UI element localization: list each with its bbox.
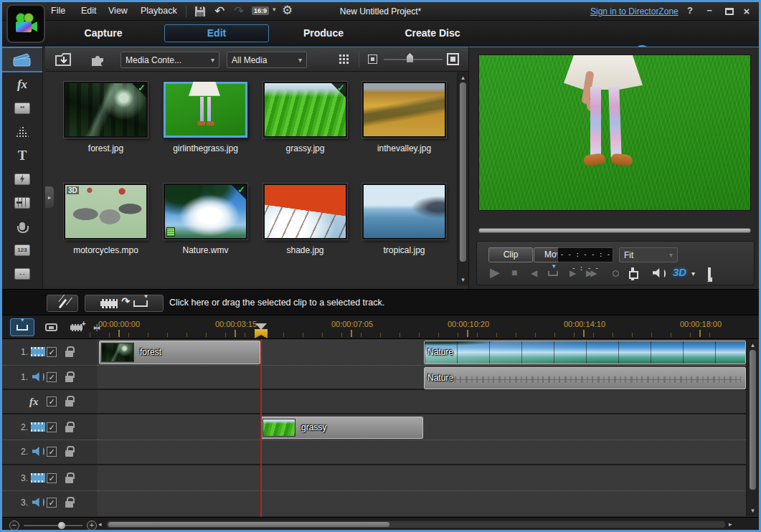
sidebar-item-title-room[interactable]: T: [2, 143, 42, 167]
sidebar-item-effect-room[interactable]: fx: [2, 72, 42, 96]
scroll-down-icon[interactable]: ▾: [747, 507, 759, 514]
3d-dropdown-icon[interactable]: ▾: [691, 270, 695, 277]
sidebar-item-media-room[interactable]: [2, 47, 42, 72]
volume-speaker-icon[interactable]: [653, 268, 666, 280]
previous-frame-icon[interactable]: ◀: [531, 268, 537, 278]
track-header-fx[interactable]: fx ✓: [2, 390, 98, 414]
media-item[interactable]: girlinthegrass.jpg: [161, 82, 250, 153]
track-enable-checkbox[interactable]: ✓: [47, 498, 57, 508]
timecode-display[interactable]: - - : - - : - - : - -: [557, 247, 613, 262]
timeline-clip-nature-audio[interactable]: Nature: [424, 367, 746, 389]
redo-icon[interactable]: ↷: [234, 4, 244, 19]
add-track-button[interactable]: [64, 318, 88, 336]
preview-seek-slider[interactable]: [478, 228, 751, 233]
playhead-line[interactable]: [260, 339, 262, 517]
media-thumbnail-inthevalley[interactable]: [362, 82, 446, 138]
track-lane-video3[interactable]: [98, 465, 746, 491]
import-media-icon[interactable]: [55, 52, 72, 67]
media-thumbnail-shade[interactable]: [263, 184, 347, 239]
plugin-puzzle-icon[interactable]: [90, 52, 105, 68]
3d-toggle[interactable]: 3D: [673, 266, 686, 278]
library-view-icon[interactable]: [339, 54, 341, 57]
sidebar-item-pip-room[interactable]: **: [2, 96, 42, 120]
timeline-scrollbar-vertical[interactable]: ▴ ▾: [746, 339, 759, 516]
timeline-clip-nature-video[interactable]: Nature: [424, 341, 746, 364]
tab-capture[interactable]: Capture: [70, 27, 136, 39]
track-header-video3[interactable]: 3. ✓: [2, 465, 98, 491]
thumbnail-size-slider[interactable]: [384, 59, 443, 60]
track-enable-checkbox[interactable]: ✓: [47, 422, 57, 432]
thumbnail-small-icon[interactable]: [368, 54, 377, 64]
media-thumbnail-nature[interactable]: ✓: [164, 184, 247, 239]
media-item[interactable]: ✓ grassy.jpg: [260, 82, 350, 153]
library-flyout-handle[interactable]: ▸: [45, 186, 54, 208]
maximize-icon[interactable]: [725, 8, 734, 15]
sidebar-item-transition-room[interactable]: [2, 167, 42, 191]
undo-icon[interactable]: ↶: [214, 4, 224, 19]
lock-icon[interactable]: [65, 477, 73, 483]
timeline-view-button[interactable]: [10, 318, 34, 336]
media-thumbnail-forest[interactable]: ✓: [64, 82, 148, 138]
undock-player-icon[interactable]: [708, 267, 711, 280]
timeline-scrollbar-horizontal[interactable]: [106, 521, 726, 528]
play-icon[interactable]: ▶: [490, 265, 500, 280]
minimize-icon[interactable]: −: [703, 5, 716, 16]
scroll-up-icon[interactable]: ▴: [747, 341, 759, 348]
sidebar-item-chapter-room[interactable]: 123: [2, 238, 42, 262]
menu-file[interactable]: File: [51, 6, 65, 16]
lock-icon[interactable]: [65, 351, 73, 357]
close-icon[interactable]: ×: [740, 5, 753, 17]
timeline-zoom-in-button[interactable]: +: [87, 521, 97, 531]
media-item[interactable]: ✓ forest.jpg: [61, 82, 151, 153]
menu-playback[interactable]: Playback: [141, 6, 177, 16]
help-icon[interactable]: ?: [684, 5, 696, 16]
thumbnail-large-icon[interactable]: [447, 53, 459, 65]
track-enable-checkbox[interactable]: ✓: [47, 347, 57, 357]
media-item[interactable]: ✓ Nature.wmv: [161, 184, 250, 255]
clip-mode-button[interactable]: Clip: [488, 247, 533, 262]
menu-edit[interactable]: Edit: [81, 6, 97, 16]
track-header-video2[interactable]: 2. ✓: [2, 414, 98, 440]
timeline-clip-grassy[interactable]: grassy: [260, 417, 423, 439]
media-thumbnail-girlinthegrass[interactable]: [164, 82, 247, 138]
track-enable-checkbox[interactable]: ✓: [47, 473, 57, 483]
aspect-ratio-badge[interactable]: 16:9: [252, 6, 269, 15]
library-scrollbar[interactable]: ▴ ▾: [457, 72, 468, 285]
sidebar-item-particle-room[interactable]: [2, 120, 42, 143]
lock-icon[interactable]: [65, 400, 73, 407]
insert-to-timeline-button[interactable]: ↷: [85, 295, 164, 312]
lock-icon[interactable]: [65, 376, 73, 382]
fast-forward-icon[interactable]: ▶▶: [586, 268, 595, 278]
timeline-zoom-handle[interactable]: [58, 522, 65, 529]
scroll-left-icon[interactable]: ◂: [98, 521, 102, 528]
media-thumbnail-motorcycles[interactable]: 3D: [64, 184, 148, 239]
media-content-dropdown[interactable]: Media Conte... ▾: [120, 52, 219, 68]
media-item[interactable]: 3D motorcycles.mpo: [61, 184, 151, 255]
track-enable-checkbox[interactable]: ✓: [47, 447, 57, 457]
track-lane-audio3[interactable]: [98, 491, 746, 516]
track-lane-audio2[interactable]: [98, 440, 746, 465]
zoom-fit-dropdown[interactable]: Fit ▾: [619, 247, 678, 262]
ruler-minor-ticks[interactable]: [90, 333, 725, 337]
magic-tools-button[interactable]: [47, 295, 78, 312]
track-enable-checkbox[interactable]: ✓: [47, 372, 57, 382]
stop-icon[interactable]: ■: [511, 267, 517, 278]
tab-create-disc[interactable]: Create Disc: [397, 27, 468, 39]
playhead-grip[interactable]: [255, 323, 267, 330]
lock-icon[interactable]: [65, 450, 73, 457]
media-item[interactable]: shade.jpg: [260, 184, 350, 255]
timeline-clip-forest[interactable]: forest: [99, 341, 260, 364]
scroll-up-icon[interactable]: ▴: [458, 74, 468, 81]
timeline-zoom-slider[interactable]: [24, 525, 82, 526]
seek-ruler-icon[interactable]: [548, 271, 558, 276]
tab-edit[interactable]: Edit: [164, 24, 269, 42]
media-item[interactable]: tropical.jpg: [359, 184, 449, 255]
track-enable-checkbox[interactable]: ✓: [47, 396, 57, 407]
media-type-dropdown[interactable]: All Media ▾: [227, 52, 307, 68]
settings-gear-icon[interactable]: ⚙: [282, 3, 293, 18]
save-icon[interactable]: [194, 6, 206, 17]
next-frame-icon[interactable]: ▶: [569, 268, 576, 278]
timeline-zoom-out-button[interactable]: −: [9, 521, 19, 531]
aspect-dropdown-icon[interactable]: ▾: [273, 6, 276, 13]
tab-produce[interactable]: Produce: [290, 27, 356, 39]
